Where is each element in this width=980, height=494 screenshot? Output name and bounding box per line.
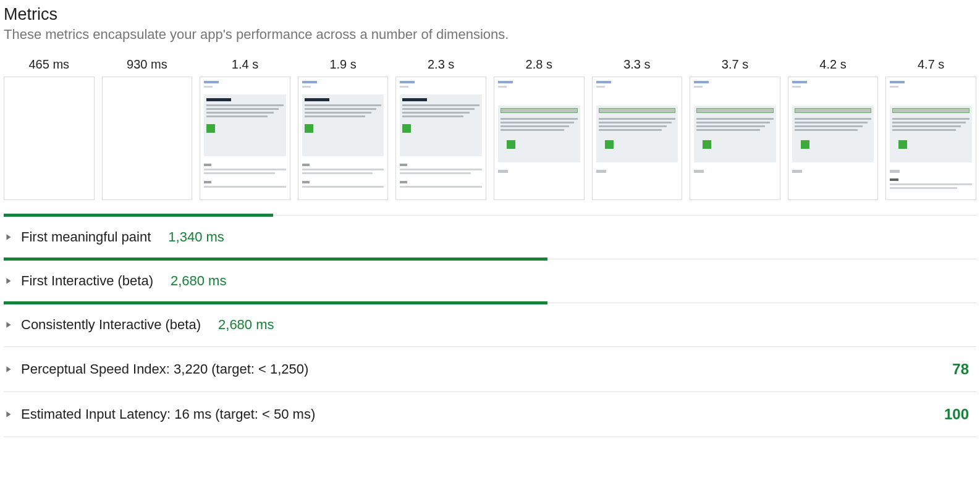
filmstrip-thumbnail [298, 77, 389, 200]
filmstrip-frame: 4.7 s [885, 57, 976, 200]
metric-label: Estimated Input Latency: 16 ms (target: … [21, 406, 315, 422]
metrics-panel: Metrics These metrics encapsulate your a… [0, 0, 980, 450]
metric-score: 100 [944, 406, 973, 423]
metric-value: 1,340 ms [168, 229, 224, 245]
metric-label: First Interactive (beta) [21, 273, 153, 289]
disclosure-triangle-icon[interactable] [4, 321, 21, 329]
filmstrip-frame-time: 3.3 s [623, 57, 650, 72]
disclosure-triangle-icon[interactable] [4, 233, 21, 241]
filmstrip-frame-time: 465 ms [29, 57, 70, 72]
filmstrip-frame-time: 1.9 s [329, 57, 356, 72]
filmstrip-thumbnail [885, 77, 976, 200]
filmstrip-frame-time: 1.4 s [232, 57, 258, 72]
filmstrip-frame: 2.8 s [494, 57, 585, 200]
filmstrip-frame: 4.2 s [788, 57, 879, 200]
filmstrip-frame-time: 930 ms [127, 57, 167, 72]
filmstrip-frame: 2.3 s [395, 57, 486, 200]
filmstrip-thumbnail [788, 77, 879, 200]
metric-row[interactable]: Perceptual Speed Index: 3,220 (target: <… [4, 346, 976, 391]
metric-row[interactable]: First meaningful paint1,340 ms [4, 215, 976, 259]
filmstrip-thumbnail [690, 77, 780, 200]
metric-row[interactable]: Consistently Interactive (beta)2,680 ms [4, 303, 976, 346]
filmstrip-thumbnail [592, 77, 683, 200]
disclosure-triangle-icon[interactable] [4, 277, 21, 285]
metric-score: 78 [952, 361, 973, 378]
disclosure-triangle-icon[interactable] [4, 366, 21, 373]
metric-label: Consistently Interactive (beta) [21, 317, 201, 333]
filmstrip-thumbnail [4, 77, 95, 200]
metric-label: Perceptual Speed Index: 3,220 (target: <… [21, 361, 308, 377]
metric-line: Estimated Input Latency: 16 ms (target: … [4, 392, 976, 437]
metric-value: 2,680 ms [218, 317, 274, 333]
filmstrip-frame: 465 ms [4, 57, 95, 200]
filmstrip-frame: 1.4 s [200, 57, 290, 200]
metrics-list: First meaningful paint1,340 msFirst Inte… [4, 215, 976, 437]
filmstrip-thumbnail [395, 77, 486, 200]
filmstrip-frame: 3.7 s [690, 57, 780, 200]
metric-progress-bar [4, 214, 273, 217]
metric-progress-bar [4, 301, 547, 304]
filmstrip-frame: 1.9 s [298, 57, 389, 200]
filmstrip-frame-time: 3.7 s [722, 57, 748, 72]
metric-line: First Interactive (beta)2,680 ms [4, 259, 976, 303]
metric-line: Consistently Interactive (beta)2,680 ms [4, 303, 976, 346]
metric-label: First meaningful paint [21, 229, 151, 245]
metric-line: First meaningful paint1,340 ms [4, 216, 976, 259]
section-title: Metrics [4, 5, 976, 24]
filmstrip-thumbnail [200, 77, 290, 200]
metric-row[interactable]: First Interactive (beta)2,680 ms [4, 259, 976, 303]
filmstrip-frame-time: 2.3 s [428, 57, 454, 72]
metric-progress-bar [4, 257, 547, 261]
metric-row[interactable]: Estimated Input Latency: 16 ms (target: … [4, 391, 976, 437]
filmstrip-thumbnail [494, 77, 585, 200]
filmstrip-frame-time: 4.7 s [918, 57, 944, 72]
filmstrip-thumbnail [102, 77, 193, 200]
filmstrip-frame-time: 2.8 s [526, 57, 552, 72]
filmstrip-frame-time: 4.2 s [819, 57, 846, 72]
filmstrip-frame: 3.3 s [592, 57, 683, 200]
section-subtitle: These metrics encapsulate your app's per… [4, 27, 976, 43]
filmstrip: 465 ms930 ms1.4 s1.9 s2.3 s2.8 s3.3 s3.7… [4, 57, 976, 200]
metric-line: Perceptual Speed Index: 3,220 (target: <… [4, 347, 976, 391]
metric-value: 2,680 ms [171, 273, 227, 289]
disclosure-triangle-icon[interactable] [4, 411, 21, 418]
filmstrip-frame: 930 ms [102, 57, 193, 200]
